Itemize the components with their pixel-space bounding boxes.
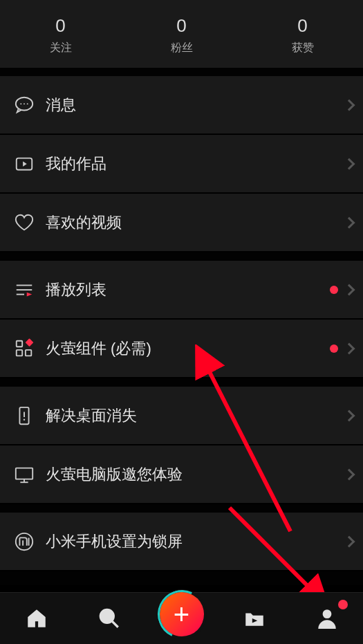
menu-liked-videos-label: 喜欢的视频 [40, 212, 345, 233]
stat-follow[interactable]: 0 关注 [0, 15, 121, 55]
plus-icon: + [174, 600, 189, 628]
menu-playlist-label: 播放列表 [40, 279, 330, 300]
svg-rect-8 [17, 340, 22, 346]
separator [0, 252, 363, 261]
separator [0, 68, 363, 76]
separator [0, 571, 363, 585]
svg-rect-9 [17, 349, 22, 355]
menu-xiaomi-lock[interactable]: 小米手机设置为锁屏 [0, 513, 363, 571]
menu-messages[interactable]: 消息 [0, 76, 363, 135]
stat-follow-value: 0 [0, 15, 121, 37]
menu-widgets-label: 火萤组件 (必需) [40, 338, 330, 359]
nav-home[interactable] [0, 593, 73, 644]
svg-line-22 [112, 621, 118, 627]
menu-pc-invite[interactable]: 火萤电脑版邀您体验 [0, 445, 363, 504]
nav-library[interactable] [218, 593, 290, 644]
svg-point-1 [20, 103, 21, 104]
menu-fix-desktop[interactable]: 解决桌面消失 [0, 387, 363, 445]
menu-pc-invite-label: 火萤电脑版邀您体验 [40, 464, 345, 485]
monitor-icon [8, 464, 40, 485]
menu-fix-desktop-label: 解决桌面消失 [40, 405, 345, 426]
svg-rect-10 [26, 349, 31, 355]
menu-xiaomi-lock-label: 小米手机设置为锁屏 [40, 531, 345, 552]
chevron-right-icon [344, 535, 355, 547]
separator [0, 378, 363, 387]
nav-search[interactable] [73, 593, 145, 644]
svg-point-2 [24, 103, 25, 104]
svg-rect-15 [16, 468, 32, 479]
chevron-right-icon [344, 468, 355, 480]
chat-icon [8, 95, 40, 116]
fab-create[interactable]: + [160, 592, 204, 636]
stat-fans[interactable]: 0 粉丝 [121, 15, 242, 55]
svg-point-18 [16, 533, 32, 549]
menu-my-works-label: 我的作品 [40, 154, 345, 174]
bottom-nav: + [0, 592, 363, 644]
menu-my-works[interactable]: 我的作品 [0, 135, 363, 194]
svg-rect-11 [26, 338, 34, 347]
stat-fans-value: 0 [121, 15, 242, 37]
menu-widgets[interactable]: 火萤组件 (必需) [0, 320, 363, 378]
menu-playlist[interactable]: 播放列表 [0, 261, 363, 320]
svg-point-3 [27, 103, 28, 104]
profile-stats: 0 关注 0 粉丝 0 获赞 [0, 0, 363, 68]
stat-follow-label: 关注 [0, 41, 121, 55]
playlist-icon [8, 279, 40, 300]
nav-create[interactable]: + [145, 593, 218, 644]
video-play-icon [8, 154, 40, 174]
svg-point-23 [322, 609, 331, 618]
menu-liked-videos[interactable]: 喜欢的视频 [0, 194, 363, 252]
chevron-right-icon [344, 410, 355, 421]
stat-likes[interactable]: 0 获赞 [242, 15, 363, 55]
stat-fans-label: 粉丝 [121, 41, 242, 55]
heart-icon [8, 212, 40, 233]
chevron-right-icon [344, 158, 355, 169]
notification-dot [338, 600, 348, 609]
chevron-right-icon [344, 99, 355, 111]
nav-profile[interactable] [290, 593, 363, 644]
svg-point-21 [100, 609, 113, 623]
svg-point-14 [24, 418, 25, 420]
chevron-right-icon [344, 342, 355, 354]
stat-likes-label: 获赞 [242, 41, 363, 55]
phone-alert-icon [8, 405, 40, 426]
stat-likes-value: 0 [242, 15, 363, 37]
chevron-right-icon [344, 284, 355, 295]
unread-dot [330, 286, 338, 294]
chevron-right-icon [344, 217, 355, 228]
menu-messages-label: 消息 [40, 95, 345, 116]
separator [0, 504, 363, 513]
mi-logo-icon [8, 531, 40, 552]
widgets-icon [8, 338, 40, 359]
unread-dot [330, 344, 338, 353]
